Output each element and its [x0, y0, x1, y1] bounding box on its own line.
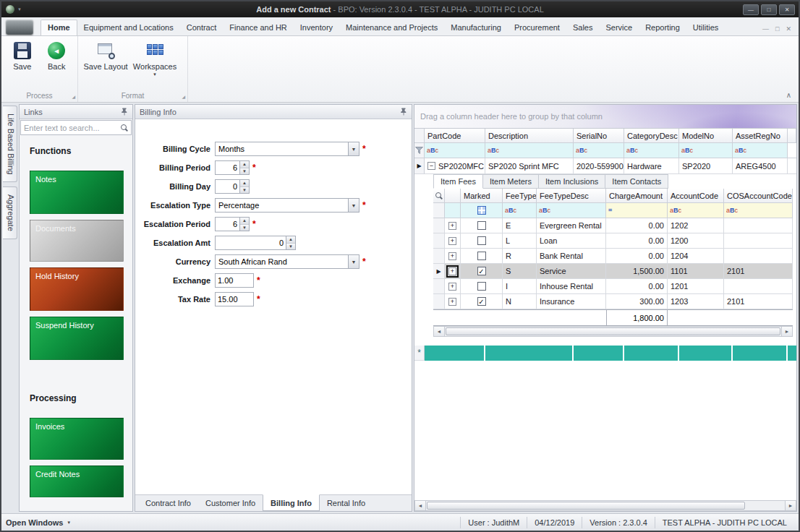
close-button[interactable]: ✕	[779, 4, 795, 15]
checkbox[interactable]: ✓	[477, 236, 486, 245]
expand-icon[interactable]: +	[448, 222, 456, 230]
ribbon-restore-icon[interactable]: □	[775, 25, 779, 33]
detail-tab[interactable]: Item Meters	[482, 174, 539, 189]
group-by-box[interactable]: Drag a column header here to group by th…	[414, 105, 796, 129]
side-tab[interactable]: Aggregate	[3, 186, 17, 239]
dropdown-arrow-icon[interactable]: ▼	[348, 255, 359, 268]
feetype-cell[interactable]: L	[503, 233, 537, 249]
spin-up-icon[interactable]: ▲	[240, 180, 249, 187]
ribbon-tab[interactable]: Procurement	[508, 20, 566, 35]
feetype-cell[interactable]: E	[503, 218, 537, 233]
spin-down-icon[interactable]: ▼	[240, 225, 249, 231]
spin-up-icon[interactable]: ▲	[240, 161, 249, 168]
quick-access-dropdown-icon[interactable]: ▼	[17, 7, 22, 12]
workspaces-button[interactable]: Workspaces ▼	[130, 40, 179, 77]
detail-expand-cell[interactable]: +	[445, 294, 461, 309]
filter-cell-serialno[interactable]: aBc	[574, 143, 624, 158]
detail-row[interactable]: ▶ + ✓ L Loan 0.00 1200	[433, 233, 796, 249]
filter-cell-accountcode[interactable]: aBc	[668, 203, 724, 218]
new-row-cell[interactable]	[679, 346, 733, 361]
checkbox[interactable]: ✓	[477, 297, 486, 306]
documents-button[interactable]: Documents	[30, 220, 124, 262]
filter-cell-cosaccountcode[interactable]: aBc	[724, 203, 793, 218]
marked-cell[interactable]: ✓	[461, 264, 503, 279]
dialog-launcher-icon[interactable]: ◢	[182, 94, 185, 99]
scroll-left-icon[interactable]: ◄	[434, 327, 445, 336]
filter-cell-modelno[interactable]: aBc	[679, 143, 733, 158]
spin-down-icon[interactable]: ▼	[240, 168, 249, 175]
ribbon-tab[interactable]: Sales	[566, 20, 600, 35]
feetypedesc-cell[interactable]: Insurance	[537, 294, 606, 309]
application-menu-button[interactable]	[6, 20, 33, 35]
escalation-amt-input[interactable]	[216, 236, 286, 249]
accountcode-cell[interactable]: 1200	[668, 233, 724, 249]
ribbon-minimize-icon[interactable]: —	[762, 25, 769, 33]
filter-cell-categorydesc[interactable]: aBc	[624, 143, 679, 158]
billing-panel-tab[interactable]: Customer Info	[198, 495, 263, 511]
links-search-input[interactable]	[21, 124, 121, 132]
chargeamount-cell[interactable]: 0.00	[606, 233, 668, 249]
categorydesc-cell[interactable]: Hardware	[624, 158, 679, 174]
minimize-button[interactable]: —	[743, 4, 759, 15]
scrollbar-thumb[interactable]	[427, 502, 745, 510]
save-layout-button[interactable]: Save Layout	[82, 40, 129, 71]
accountcode-cell[interactable]: 1101	[668, 264, 724, 279]
new-row-cell[interactable]	[733, 346, 788, 361]
column-header-serialno[interactable]: SerialNo	[574, 129, 624, 143]
ribbon-collapse-icon[interactable]: ∧	[786, 91, 791, 99]
billing-panel-tab[interactable]: Rental Info	[320, 495, 373, 511]
serialno-cell[interactable]: 2020-559900	[574, 158, 624, 174]
feetypedesc-cell[interactable]: Loan	[537, 233, 606, 249]
new-row-cell[interactable]	[574, 346, 624, 361]
ribbon-tab[interactable]: Inventory	[294, 20, 339, 35]
feetypedesc-cell[interactable]: Bank Rental	[537, 249, 606, 264]
checkbox[interactable]: ✓	[477, 267, 486, 275]
dropdown-arrow-icon[interactable]: ▼	[348, 199, 359, 212]
filter-cell-description[interactable]: aBc	[485, 143, 574, 158]
expand-icon[interactable]: +	[448, 252, 456, 260]
detail-expand-cell[interactable]: +	[445, 249, 461, 264]
billing-panel-tab[interactable]: Contract Info	[138, 495, 198, 511]
ribbon-tab[interactable]: Finance and HR	[223, 20, 294, 35]
detail-row[interactable]: ▶ + ✓ N Insurance 300.00 1203 2101	[433, 294, 796, 309]
column-header-categorydesc[interactable]: CategoryDesc	[624, 129, 679, 143]
suspend-history-button[interactable]: Suspend History	[30, 317, 124, 360]
scrollbar-thumb[interactable]	[446, 327, 780, 335]
column-header-assetregno[interactable]: AssetRegNo	[733, 129, 788, 143]
invoices-button[interactable]: Invoices	[30, 418, 124, 460]
checkbox[interactable]: ✓	[477, 221, 486, 230]
search-icon[interactable]	[121, 124, 128, 132]
spin-down-icon[interactable]: ▼	[240, 187, 249, 194]
column-header-partcode[interactable]: PartCode	[425, 129, 485, 143]
chargeamount-cell[interactable]: 1,500.00	[606, 264, 668, 279]
quick-access-toolbar[interactable]: ▼	[1, 5, 22, 14]
ribbon-tab[interactable]: Home	[41, 20, 77, 35]
cosaccountcode-cell[interactable]	[724, 249, 793, 264]
pin-icon[interactable]	[400, 108, 407, 116]
ribbon-tab[interactable]: Manufacturing	[444, 20, 508, 35]
cosaccountcode-cell[interactable]: 2101	[724, 264, 793, 279]
expand-icon[interactable]: +	[448, 237, 456, 245]
column-header-modelno[interactable]: ModelNo	[679, 129, 733, 143]
ribbon-tab[interactable]: Maintenance and Projects	[339, 20, 444, 35]
accountcode-cell[interactable]: 1201	[668, 279, 724, 294]
notes-button[interactable]: Notes	[30, 171, 124, 214]
column-header-accountcode[interactable]: AccountCode	[668, 189, 724, 203]
spin-up-icon[interactable]: ▲	[240, 218, 249, 225]
feetypedesc-cell[interactable]: Inhouse Rental	[537, 279, 606, 294]
credit-notes-button[interactable]: Credit Notes	[30, 466, 124, 497]
cosaccountcode-cell[interactable]: 2101	[724, 294, 793, 309]
hold-history-button[interactable]: Hold History	[30, 267, 124, 311]
ribbon-close-icon[interactable]: ✕	[786, 25, 791, 33]
accountcode-cell[interactable]: 1203	[668, 294, 724, 309]
detail-tab[interactable]: Item Fees	[433, 174, 483, 189]
chargeamount-cell[interactable]: 0.00	[606, 249, 668, 264]
filter-cell-chargeamount[interactable]: =	[606, 203, 668, 218]
scroll-right-icon[interactable]: ►	[781, 327, 792, 336]
marked-cell[interactable]: ✓	[461, 294, 503, 309]
save-button[interactable]: Save	[6, 40, 39, 71]
assetregno-cell[interactable]: AREG4500	[733, 158, 788, 174]
column-header-marked[interactable]: Marked	[461, 189, 503, 203]
accountcode-cell[interactable]: 1204	[668, 249, 724, 264]
accountcode-cell[interactable]: 1202	[668, 218, 724, 233]
